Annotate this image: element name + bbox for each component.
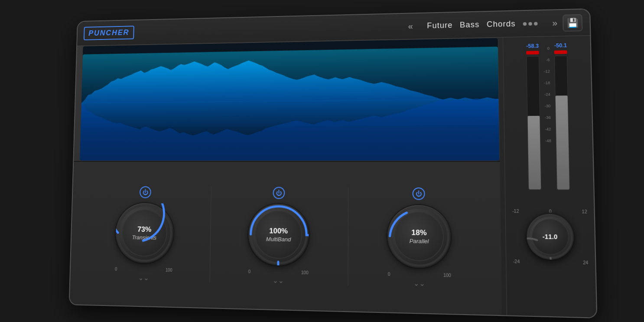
parallel-min: 0 — [388, 272, 390, 276]
output-outer-min: -24 — [513, 259, 520, 264]
plugin-window: PUNCHER « Future Bass Chords » 💾 — [70, 9, 597, 317]
multiband-scale: 0 100 — [248, 269, 309, 275]
save-button[interactable]: 💾 — [563, 14, 582, 31]
right-meter-fill — [556, 96, 569, 190]
logo-text: PUNCHER — [88, 28, 130, 37]
controls-section: ⏻ 73% Transients 0 100 ⌄⌄ — [70, 161, 502, 315]
scale-30: -30 — [544, 100, 550, 112]
parallel-scale: 0 100 — [388, 272, 451, 278]
nav-next-button[interactable]: » — [546, 18, 563, 28]
logo-box: PUNCHER — [84, 26, 134, 40]
preset-word-2: Bass — [460, 20, 480, 30]
output-knob-area: -12 0 12 -11.0 -24 24 — [510, 207, 590, 266]
right-meter-value: -50.1 — [554, 43, 567, 49]
scale-42: -42 — [545, 123, 551, 135]
waveform-svg — [80, 38, 499, 161]
output-knob[interactable]: -11.0 — [526, 214, 574, 260]
parallel-power-button[interactable]: ⏻ — [413, 187, 425, 200]
transients-scale: 0 100 — [115, 267, 172, 273]
preset-dots — [523, 22, 538, 26]
transients-section: ⏻ 73% Transients 0 100 ⌄⌄ — [78, 186, 211, 283]
scale-0: 0 — [547, 43, 550, 54]
multiband-expand-icon[interactable]: ⌄⌄ — [273, 278, 284, 284]
parallel-section: ⏻ 18% Parallel 0 100 ⌄⌄ — [348, 187, 492, 288]
output-outer-max: 24 — [583, 260, 588, 265]
output-outer-scale: -24 24 — [513, 259, 589, 265]
multiband-arc — [248, 204, 309, 266]
waveform-display — [79, 38, 500, 161]
output-inner-scale: -12 0 12 — [512, 209, 587, 214]
transients-knob-wrapper[interactable]: 73% Transients — [115, 203, 173, 263]
scale-12: -12 — [544, 66, 550, 77]
transients-power-button[interactable]: ⏻ — [140, 186, 151, 198]
parallel-expand-icon[interactable]: ⌄⌄ — [413, 281, 425, 287]
transients-min: 0 — [115, 267, 117, 272]
parallel-arc — [388, 205, 451, 269]
left-meter-value: -58.3 — [526, 43, 539, 49]
parallel-knob-outer: 18% Parallel — [388, 205, 451, 269]
multiband-min: 0 — [248, 269, 251, 274]
preset-name-area: Future Bass Chords — [418, 19, 547, 31]
multiband-section: ⏻ 100% MultiBand 0 100 ⌄⌄ — [210, 187, 348, 285]
scale-24: -24 — [544, 89, 550, 100]
parallel-knob-wrapper[interactable]: 18% Parallel — [388, 205, 451, 269]
scale-18: -18 — [544, 77, 550, 89]
output-inner-min: -12 — [512, 209, 519, 214]
output-knob-arc — [526, 214, 574, 260]
scale-36: -36 — [545, 112, 551, 123]
multiband-power-button[interactable]: ⏻ — [273, 187, 285, 199]
scale-6: -6 — [546, 54, 550, 66]
left-meter-track — [526, 56, 541, 190]
transients-expand-icon[interactable]: ⌄⌄ — [138, 276, 149, 281]
multiband-max: 100 — [301, 270, 309, 276]
transients-arc — [115, 203, 173, 263]
left-meter-channel: -58.3 — [526, 43, 541, 190]
right-clip-indicator — [554, 50, 567, 54]
dot-3 — [534, 22, 538, 25]
svg-point-6 — [528, 216, 572, 258]
right-meter-track — [554, 56, 570, 190]
nav-prev-button[interactable]: « — [403, 21, 418, 31]
dot-1 — [523, 22, 527, 26]
scale-48: -48 — [545, 135, 551, 147]
multiband-knob-outer: 100% MultiBand — [248, 204, 309, 266]
output-inner-max: 12 — [582, 209, 587, 214]
left-clip-indicator — [526, 51, 539, 55]
transients-knob-outer: 73% Transients — [115, 203, 173, 263]
preset-word-1: Future — [427, 21, 452, 30]
preset-word-3: Chords — [487, 20, 516, 30]
left-meter-fill — [528, 116, 541, 189]
meters-container: -58.3 0 -6 -12 -18 -24 -30 -36 -42 -48 — [508, 42, 589, 204]
transients-max: 100 — [166, 268, 172, 273]
output-knob-outer: -11.0 — [526, 214, 574, 260]
multiband-knob-wrapper[interactable]: 100% MultiBand — [248, 204, 309, 266]
svg-point-5 — [390, 207, 449, 266]
right-meter-channel: -50.1 — [554, 43, 570, 190]
meter-scale: 0 -6 -12 -18 -24 -30 -36 -42 -48 — [543, 43, 551, 147]
right-panel: -58.3 0 -6 -12 -18 -24 -30 -36 -42 -48 — [503, 36, 596, 317]
dot-2 — [528, 22, 532, 25]
output-zero: 0 — [549, 209, 552, 214]
parallel-max: 100 — [443, 273, 451, 278]
